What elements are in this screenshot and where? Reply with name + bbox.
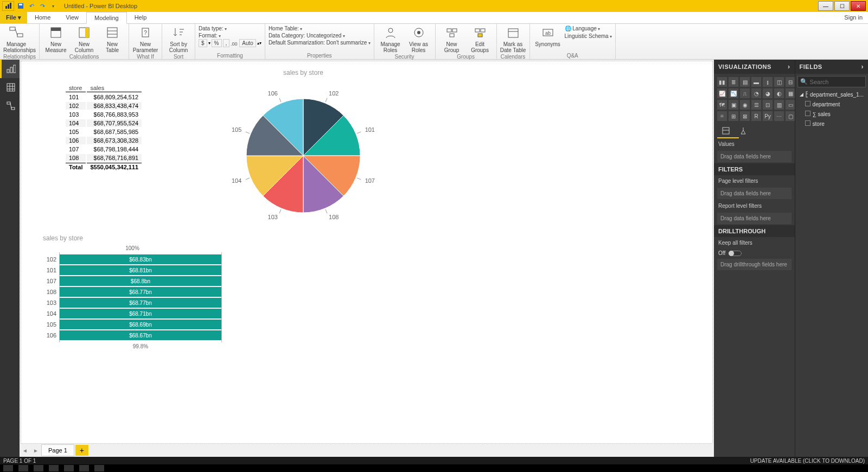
percent-button[interactable]: %: [212, 39, 222, 47]
decimal-icon[interactable]: .00: [231, 40, 238, 47]
page-next-button[interactable]: ►: [30, 448, 41, 454]
bar-row[interactable]: 104$68.71bn: [43, 309, 221, 318]
taskbar-item[interactable]: [94, 465, 104, 471]
table-row[interactable]: 105$68,687,585,985: [66, 128, 142, 136]
taskbar-item[interactable]: [79, 465, 89, 471]
manage-relationships-button[interactable]: Manage Relationships: [3, 25, 29, 53]
page-filters-dropzone[interactable]: Drag data fields here: [717, 188, 792, 199]
add-page-button[interactable]: +: [75, 445, 88, 456]
keep-filters-toggle[interactable]: Off: [714, 248, 795, 258]
format-well-icon[interactable]: [739, 126, 748, 135]
drillthrough-dropzone[interactable]: Drag drillthrough fields here: [717, 259, 792, 270]
report-page[interactable]: storesales 101$68,809,254,512102$68,833,…: [21, 61, 713, 444]
viz-type-button[interactable]: ⊟: [786, 77, 795, 87]
language-dropdown[interactable]: 🌐 Language: [565, 25, 612, 32]
bar-row[interactable]: 105$68.69bn: [43, 320, 221, 329]
close-button[interactable]: ✕: [851, 1, 866, 11]
viz-type-button[interactable]: ◉: [740, 100, 750, 110]
tab-modeling[interactable]: Modeling: [86, 12, 127, 24]
viz-type-button[interactable]: ⫿: [763, 77, 773, 87]
bar-row[interactable]: 101$68.81bn: [43, 265, 221, 275]
sort-by-column-button[interactable]: Sort by Column: [165, 25, 192, 53]
bar-chart-visual[interactable]: sales by store 100% 102$68.83bn101$68.81…: [43, 232, 222, 350]
tab-view[interactable]: View: [58, 12, 86, 23]
file-menu[interactable]: File ▾: [0, 12, 27, 23]
new-table-button[interactable]: New Table: [99, 25, 125, 53]
viz-type-button[interactable]: ⎍: [740, 88, 750, 98]
viz-type-button[interactable]: R: [751, 111, 761, 121]
new-group-button[interactable]: New Group: [439, 25, 465, 53]
fields-well-icon[interactable]: [722, 126, 730, 135]
synonyms-button[interactable]: abSynonyms: [533, 25, 563, 47]
viz-type-button[interactable]: ▤: [740, 77, 750, 87]
data-type-dropdown[interactable]: Data type:: [199, 25, 261, 32]
viz-type-button[interactable]: ▮▮: [717, 77, 727, 87]
edit-groups-button[interactable]: Edit Groups: [467, 25, 493, 53]
field-column[interactable]: ∑ sales: [795, 109, 868, 119]
table-row[interactable]: 107$68,798,198,444: [66, 145, 142, 153]
update-available-link[interactable]: UPDATE AVAILABLE (CLICK TO DOWNLOAD): [750, 458, 865, 464]
new-parameter-button[interactable]: ?New Parameter: [132, 25, 158, 53]
viz-type-button[interactable]: ≣: [729, 77, 738, 87]
currency-button[interactable]: $: [199, 39, 207, 47]
table-header[interactable]: sales: [87, 84, 142, 92]
bar-row[interactable]: 107$68.8bn: [43, 276, 221, 286]
data-category-dropdown[interactable]: Data Category: Uncategorized: [269, 32, 371, 39]
undo-icon[interactable]: ↶: [27, 2, 36, 10]
model-view-button[interactable]: [0, 97, 20, 115]
qat-dropdown-icon[interactable]: ▾: [49, 2, 58, 10]
report-view-button[interactable]: [0, 60, 20, 78]
page-tab-1[interactable]: Page 1: [41, 444, 74, 456]
visualizations-header[interactable]: VISUALIZATIONS›: [714, 60, 795, 74]
viz-type-button[interactable]: ☰: [751, 100, 761, 110]
tab-home[interactable]: Home: [27, 12, 58, 23]
bar-row[interactable]: 103$68.77bn: [43, 298, 221, 308]
viz-type-button[interactable]: ▣: [729, 100, 738, 110]
viz-type-button[interactable]: Py: [763, 111, 773, 121]
table-row[interactable]: 102$68,833,438,474: [66, 102, 142, 110]
viz-type-button[interactable]: ◐: [774, 88, 784, 98]
viz-type-button[interactable]: ▭: [786, 100, 795, 110]
taskbar-item[interactable]: [34, 465, 43, 471]
search-input[interactable]: [810, 79, 868, 85]
bar-row[interactable]: 106$68.67bn: [43, 330, 221, 340]
bar-row[interactable]: 108$68.77bn: [43, 287, 221, 297]
table-row[interactable]: 103$68,766,883,953: [66, 111, 142, 118]
taskbar-item[interactable]: [64, 465, 74, 471]
home-table-dropdown[interactable]: Home Table:: [269, 25, 371, 32]
viz-type-button[interactable]: ▥: [774, 100, 784, 110]
table-header[interactable]: store: [66, 84, 86, 92]
viz-type-button[interactable]: ⊡: [763, 100, 773, 110]
viz-type-button[interactable]: ⋯: [774, 111, 784, 121]
viz-type-button[interactable]: ▬: [751, 77, 761, 87]
view-as-roles-button[interactable]: View as Roles: [406, 25, 432, 53]
mark-as-date-table-button[interactable]: Mark as Date Table: [500, 25, 526, 53]
redo-icon[interactable]: ↷: [38, 2, 47, 10]
viz-type-button[interactable]: 📈: [717, 88, 727, 98]
viz-type-button[interactable]: ▢: [786, 111, 795, 121]
linguistic-schema-dropdown[interactable]: Linguistic Schema: [565, 33, 612, 40]
viz-type-button[interactable]: ⊞: [729, 111, 738, 121]
table-row[interactable]: 106$68,673,308,328: [66, 137, 142, 144]
table-visual[interactable]: storesales 101$68,809,254,512102$68,833,…: [65, 83, 143, 172]
tab-help[interactable]: Help: [127, 12, 155, 23]
report-filters-dropzone[interactable]: Drag data fields here: [717, 213, 792, 224]
maximize-button[interactable]: ☐: [834, 1, 850, 11]
format-dropdown[interactable]: Format:: [199, 32, 261, 39]
values-dropzone[interactable]: Drag data fields here: [717, 151, 792, 162]
table-row[interactable]: 104$68,707,955,524: [66, 119, 142, 127]
auto-decimals[interactable]: Auto: [239, 39, 256, 47]
manage-roles-button[interactable]: Manage Roles: [378, 25, 404, 53]
data-view-button[interactable]: [0, 78, 20, 97]
viz-type-button[interactable]: 📉: [729, 88, 738, 98]
viz-type-button[interactable]: ◕: [763, 88, 773, 98]
viz-type-button[interactable]: ◫: [774, 77, 784, 87]
viz-type-button[interactable]: ▦: [786, 88, 795, 98]
viz-type-button[interactable]: ⊠: [740, 111, 750, 121]
table-row[interactable]: 108$68,768,716,891: [66, 154, 142, 162]
table-row[interactable]: 101$68,809,254,512: [66, 93, 142, 101]
field-column[interactable]: store: [795, 119, 868, 129]
fields-header[interactable]: FIELDS›: [795, 60, 868, 74]
fields-search[interactable]: 🔍: [797, 76, 866, 87]
default-summarization-dropdown[interactable]: Default Summarization: Don't summarize: [269, 39, 371, 46]
